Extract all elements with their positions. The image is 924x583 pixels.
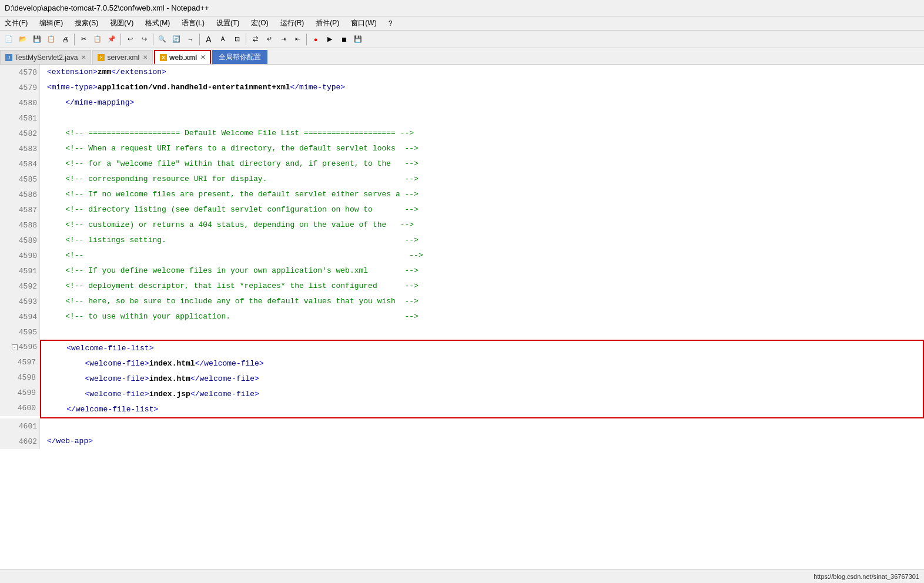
linenum-4584: 4584	[19, 160, 37, 169]
line-4594: 4594 <!-- to use within your application…	[0, 309, 924, 324]
menu-view[interactable]: 视图(V)	[108, 18, 136, 29]
tab-label-webxml: web.xml	[169, 53, 197, 62]
linenum-4581: 4581	[19, 114, 37, 123]
linenum-4590: 4590	[19, 252, 37, 260]
toolbar-zoom-out[interactable]: A	[216, 33, 229, 46]
tab-label-serverxml: server.xml	[107, 53, 139, 62]
toolbar-indent[interactable]: ⇥	[277, 33, 290, 46]
toolbar-sep-1	[74, 33, 75, 45]
menu-file[interactable]: 文件(F)	[2, 18, 30, 29]
window-title: D:\develop\apache-tomcat-7.0.52\conf\web…	[5, 4, 209, 12]
menu-plugins[interactable]: 插件(P)	[313, 18, 342, 29]
line-4588: 4588 <!-- customize) or returns a 404 st…	[0, 217, 924, 233]
toolbar-paste[interactable]: 📌	[105, 33, 118, 46]
toolbar-find[interactable]: 🔍	[156, 33, 169, 46]
line-4597: <welcome-file>index.html</welcome-file>	[41, 356, 923, 371]
toolbar-macro-rec[interactable]: ●	[309, 33, 322, 46]
menu-run[interactable]: 运行(R)	[278, 18, 307, 29]
menu-search[interactable]: 搜索(S)	[72, 18, 101, 29]
menu-language[interactable]: 语言(L)	[179, 18, 207, 29]
tabs-bar: J TestMyServlet2.java ✕ X server.xml ✕ X…	[0, 48, 924, 65]
line-4599: <welcome-file>index.jsp</welcome-file>	[41, 387, 923, 402]
line-4596: - 4596 <welcome-file-list>	[41, 341, 923, 356]
toolbar: 📄 📂 💾 📋 🖨 ✂ 📋 📌 ↩ ↪ 🔍 🔄 → A A ⊡ ⇄ ↵ ⇥ ⇤ …	[0, 31, 924, 48]
tab-webxml[interactable]: X web.xml ✕	[154, 50, 211, 64]
tab-close-testmyservlet2[interactable]: ✕	[81, 54, 86, 61]
linenum-4595: 4595	[19, 328, 37, 337]
toolbar-zoom-in[interactable]: A	[202, 33, 215, 46]
line-4586: 4586 <!-- If no welcome files are presen…	[0, 187, 924, 202]
line-4590: 4590 <!-- -->	[0, 248, 924, 263]
toolbar-print[interactable]: 🖨	[59, 33, 72, 46]
tab-label-global: 全局帮你配置	[219, 52, 261, 62]
toolbar-outdent[interactable]: ⇤	[291, 33, 304, 46]
toolbar-replace[interactable]: 🔄	[170, 33, 183, 46]
toolbar-copy[interactable]: 📋	[91, 33, 104, 46]
linenum-4589: 4589	[19, 236, 37, 245]
fold-marker[interactable]: -	[12, 344, 18, 350]
editor: 4578 <extension>zmm</extension> 4579 <mi…	[0, 65, 924, 558]
red-bordered-section: - 4596 <welcome-file-list> <welcome-file…	[0, 340, 924, 418]
linenum-4591: 4591	[19, 267, 37, 276]
line-4585: 4585 <!-- corresponding resource URI for…	[0, 172, 924, 187]
linenum-4588: 4588	[19, 221, 37, 230]
tab-global-config[interactable]: 全局帮你配置	[212, 50, 267, 64]
line-4593: 4593 <!-- here, so be sure to include an…	[0, 294, 924, 309]
red-border-box: - 4596 <welcome-file-list> <welcome-file…	[40, 340, 924, 418]
toolbar-macro-play[interactable]: ▶	[323, 33, 336, 46]
toolbar-new[interactable]: 📄	[2, 33, 15, 46]
toolbar-cut[interactable]: ✂	[77, 33, 90, 46]
menu-bar: 文件(F) 编辑(E) 搜索(S) 视图(V) 格式(M) 语言(L) 设置(T…	[0, 16, 924, 31]
line-4582: 4582 <!-- ==================== Default W…	[0, 126, 924, 141]
toolbar-undo[interactable]: ↩	[123, 33, 136, 46]
line-4589: 4589 <!-- listings setting. -->	[0, 233, 924, 248]
toolbar-sep-4	[199, 33, 200, 45]
tab-icon-serverxml: X	[98, 54, 105, 61]
toolbar-save[interactable]: 💾	[31, 33, 43, 46]
line-4602: 4602 </web-app>	[0, 434, 924, 449]
tab-label-testmyservlet2: TestMyServlet2.java	[15, 53, 78, 62]
toolbar-sep-3	[153, 33, 153, 45]
toolbar-sep-6	[306, 33, 307, 45]
linenum-4583: 4583	[19, 145, 37, 153]
status-url: https://blog.csdn.net/sinat_36767301	[813, 573, 919, 580]
line-4581: 4581	[0, 110, 924, 126]
toolbar-macro-save[interactable]: 💾	[351, 33, 364, 46]
tab-close-serverxml[interactable]: ✕	[143, 54, 148, 61]
line-4584: 4584 <!-- for a "welcome file" within th…	[0, 156, 924, 172]
linenum-4587: 4587	[19, 206, 37, 215]
line-4583: 4583 <!-- When a request URI refers to a…	[0, 141, 924, 156]
tab-close-webxml[interactable]: ✕	[200, 54, 205, 61]
toolbar-save-all[interactable]: 📋	[45, 33, 58, 46]
gutter-red-section: - 4596 4597 4598 4599 4600	[0, 340, 40, 416]
linenum-4578: 4578	[19, 68, 37, 77]
menu-format[interactable]: 格式(M)	[143, 18, 172, 29]
tab-serverxml[interactable]: X server.xml ✕	[92, 50, 153, 64]
line-4601: 4601	[0, 418, 924, 434]
linenum-4585: 4585	[19, 175, 37, 184]
menu-window[interactable]: 窗口(W)	[349, 18, 379, 29]
linenum-4582: 4582	[19, 129, 37, 138]
line-4592: 4592 <!-- deployment descriptor, that li…	[0, 279, 924, 294]
toolbar-macro-stop[interactable]: ⏹	[337, 33, 350, 46]
code-area[interactable]: 4578 <extension>zmm</extension> 4579 <mi…	[0, 65, 924, 558]
menu-edit[interactable]: 编辑(E)	[37, 18, 65, 29]
toolbar-sep-5	[246, 33, 246, 45]
toolbar-sync[interactable]: ⇄	[249, 33, 262, 46]
status-bar: https://blog.csdn.net/sinat_36767301	[0, 569, 924, 583]
menu-help[interactable]: ?	[386, 19, 395, 28]
linenum-4592: 4592	[19, 282, 37, 291]
toolbar-open[interactable]: 📂	[16, 33, 29, 46]
toolbar-wrap[interactable]: ↵	[263, 33, 276, 46]
toolbar-redo[interactable]: ↪	[138, 33, 150, 46]
linenum-4593: 4593	[19, 297, 37, 306]
toolbar-sep-2	[120, 33, 121, 45]
linenum-4580: 4580	[19, 99, 37, 108]
menu-settings[interactable]: 设置(T)	[214, 18, 242, 29]
tab-testmyservlet2[interactable]: J TestMyServlet2.java ✕	[0, 50, 91, 64]
menu-macro[interactable]: 宏(O)	[249, 18, 270, 29]
toolbar-restore[interactable]: ⊡	[230, 33, 243, 46]
line-4580: 4580 </mime-mapping>	[0, 95, 924, 110]
line-4591: 4591 <!-- If you define welcome files in…	[0, 263, 924, 279]
toolbar-goto[interactable]: →	[184, 33, 197, 46]
